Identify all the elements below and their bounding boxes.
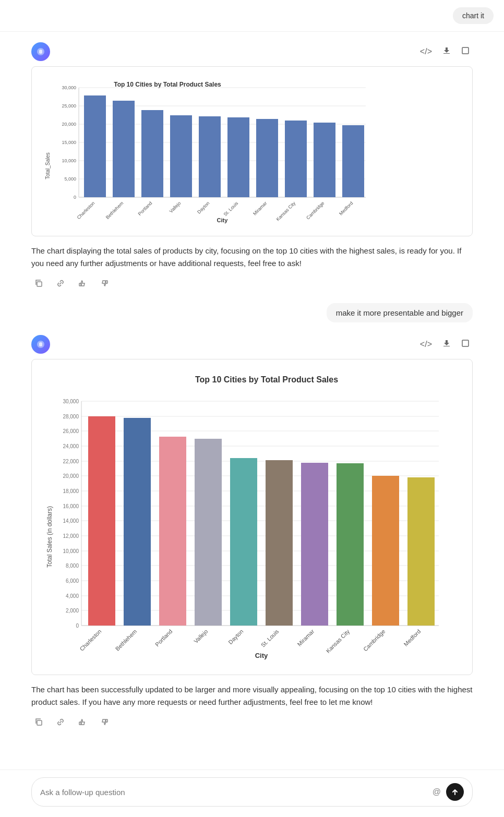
svg-text:14,000: 14,000 <box>63 518 79 524</box>
top-bar: chart it <box>0 0 504 32</box>
svg-text:26,000: 26,000 <box>63 428 79 434</box>
svg-text:30,000: 30,000 <box>62 85 76 90</box>
svg-text:Bethlehem: Bethlehem <box>105 200 124 220</box>
copy-button-2[interactable] <box>31 715 46 729</box>
svg-text:10,000: 10,000 <box>63 548 79 554</box>
second-response-text: The chart has been successfully updated … <box>31 683 473 708</box>
copy-button-1[interactable] <box>31 276 46 291</box>
at-button[interactable]: @ <box>433 787 441 797</box>
svg-rect-84 <box>230 458 257 626</box>
svg-rect-25 <box>256 119 278 197</box>
svg-rect-80 <box>88 416 115 626</box>
svg-text:Cambridge: Cambridge <box>362 628 387 653</box>
svg-rect-26 <box>285 121 307 197</box>
download-button-1[interactable] <box>439 44 454 59</box>
svg-rect-83 <box>195 439 222 626</box>
svg-rect-42 <box>106 281 107 283</box>
svg-text:Miramar: Miramar <box>296 628 315 647</box>
svg-text:Medford: Medford <box>402 628 422 647</box>
svg-text:Cambridge: Cambridge <box>305 200 325 220</box>
svg-text:Charleston: Charleston <box>78 628 102 652</box>
svg-text:Kansas City: Kansas City <box>325 628 351 654</box>
chart-it-button[interactable]: chart it <box>453 7 494 24</box>
svg-text:30,000: 30,000 <box>63 399 79 404</box>
svg-rect-19 <box>84 95 106 197</box>
svg-text:15,000: 15,000 <box>62 140 76 145</box>
first-ai-message: </> Top 10 Cities by Total Product Sales <box>31 42 473 291</box>
svg-rect-86 <box>301 463 328 626</box>
svg-text:0: 0 <box>74 195 76 200</box>
svg-text:20,000: 20,000 <box>62 122 76 127</box>
second-chart-container: Top 10 Cities by Total Product Sales Tot… <box>31 359 473 675</box>
main-container: </> Top 10 Cities by Total Product Sales <box>0 32 504 792</box>
svg-rect-21 <box>141 110 163 197</box>
ai-avatar-2 <box>31 335 50 354</box>
second-ai-message: </> Top 10 Cities by Total Product Sales <box>31 335 473 729</box>
thumbup-button-2[interactable] <box>75 715 90 729</box>
code-button-1[interactable]: </> <box>417 45 435 58</box>
user-message-wrapper: make it more presentable and bigger <box>31 303 473 322</box>
link-button-2[interactable] <box>53 715 68 729</box>
first-chart-svg: Top 10 Cities by Total Product Sales Tot… <box>42 77 397 223</box>
svg-text:20,000: 20,000 <box>63 473 79 479</box>
svg-rect-103 <box>106 719 107 722</box>
thumbdown-button-1[interactable] <box>97 276 112 291</box>
thumbdown-button-2[interactable] <box>97 715 112 729</box>
thumbup-button-1[interactable] <box>75 276 90 291</box>
svg-text:Dayton: Dayton <box>227 628 244 645</box>
ai-header-2: </> <box>31 335 473 354</box>
svg-text:St. Louis: St. Louis <box>223 200 239 217</box>
svg-text:16,000: 16,000 <box>63 503 79 509</box>
svg-text:25,000: 25,000 <box>62 103 76 109</box>
svg-text:Kansas City: Kansas City <box>275 200 296 222</box>
svg-rect-27 <box>314 123 335 197</box>
svg-text:6,000: 6,000 <box>66 578 79 584</box>
code-button-2[interactable]: </> <box>417 338 435 351</box>
svg-rect-102 <box>79 722 81 725</box>
svg-text:Dayton: Dayton <box>196 200 210 214</box>
svg-rect-85 <box>266 460 293 626</box>
download-button-2[interactable] <box>439 337 454 352</box>
svg-text:Vallejo: Vallejo <box>193 628 209 644</box>
svg-rect-89 <box>407 477 435 626</box>
expand-button-2[interactable] <box>458 337 473 352</box>
link-button-1[interactable] <box>53 276 68 291</box>
svg-rect-101 <box>37 720 42 725</box>
svg-rect-41 <box>79 283 81 286</box>
svg-rect-81 <box>124 418 151 626</box>
svg-text:10,000: 10,000 <box>62 158 76 163</box>
svg-text:City: City <box>255 652 268 659</box>
svg-text:Miramar: Miramar <box>252 200 268 216</box>
followup-input[interactable] <box>40 788 427 797</box>
svg-rect-24 <box>227 117 249 197</box>
svg-text:Top 10 Cities by Total Product: Top 10 Cities by Total Product Sales <box>195 375 338 384</box>
bottom-input-bar: @ <box>0 770 504 817</box>
svg-rect-20 <box>113 101 135 197</box>
svg-text:18,000: 18,000 <box>63 488 79 494</box>
svg-rect-87 <box>337 463 364 626</box>
svg-text:Portland: Portland <box>154 628 173 647</box>
svg-rect-23 <box>199 116 221 197</box>
svg-text:Charleston: Charleston <box>76 200 96 220</box>
first-chart-container: Top 10 Cities by Total Product Sales Tot… <box>31 66 473 236</box>
svg-text:2,000: 2,000 <box>66 608 79 614</box>
svg-text:Top 10 Cities by Total Product: Top 10 Cities by Total Product Sales <box>114 81 221 88</box>
first-response-text: The chart displaying the total sales of … <box>31 245 473 270</box>
svg-text:5,000: 5,000 <box>64 176 76 182</box>
svg-text:City: City <box>217 217 229 223</box>
svg-text:Bethlehem: Bethlehem <box>114 628 138 652</box>
svg-rect-88 <box>372 476 399 626</box>
svg-rect-0 <box>462 47 469 54</box>
svg-rect-82 <box>159 437 186 626</box>
send-button[interactable] <box>446 783 464 801</box>
svg-text:28,000: 28,000 <box>63 414 79 419</box>
first-action-row <box>31 276 473 291</box>
svg-text:Total_Sales: Total_Sales <box>45 152 51 179</box>
svg-text:0: 0 <box>76 623 79 629</box>
expand-button-1[interactable] <box>458 44 473 59</box>
svg-text:8,000: 8,000 <box>66 563 79 569</box>
input-wrapper: @ <box>31 777 473 807</box>
ai-header-1: </> <box>31 42 473 61</box>
svg-text:Portland: Portland <box>137 200 153 217</box>
svg-text:Total Sales (in dollars): Total Sales (in dollars) <box>46 506 53 568</box>
